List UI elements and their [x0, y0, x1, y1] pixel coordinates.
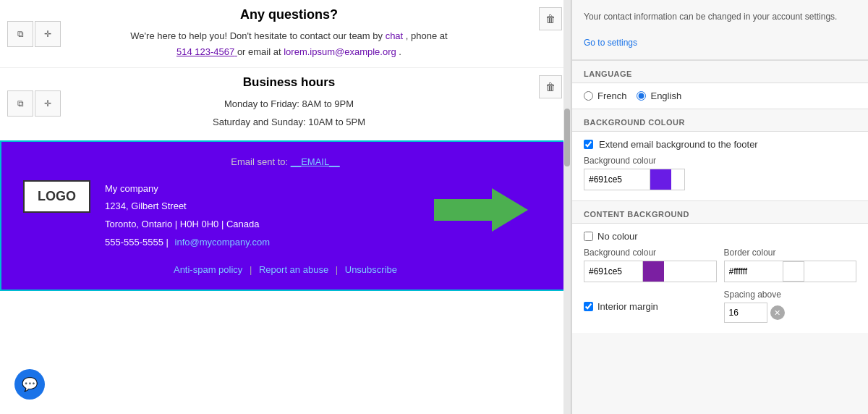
extend-bg-checkbox[interactable]	[584, 140, 593, 149]
border-colour-field: Border colour	[724, 248, 857, 282]
footer-block: Email sent to: __EMAIL__ LOGO My company…	[0, 140, 571, 292]
info-text: Your contact information can be changed …	[584, 12, 837, 22]
bg-colour-content: Extend email background to the footer Ba…	[572, 132, 868, 200]
business-copy-button[interactable]: ⧉	[7, 90, 33, 117]
footer-email-line: Email sent to: __EMAIL__	[23, 156, 548, 167]
no-colour-row: No colour	[584, 231, 856, 242]
bg-colour-field-row: Background colour	[584, 156, 856, 190]
content-bg-section: CONTENT BACKGROUND No colour Background …	[572, 201, 868, 333]
go-to-settings-link[interactable]: Go to settings	[584, 38, 637, 48]
spacing-clear-button[interactable]: ✕	[770, 305, 785, 320]
content-bg-colour-label: Background colour	[584, 248, 717, 258]
right-panel: Your contact information can be changed …	[571, 0, 868, 414]
extend-bg-row: Extend email background to the footer	[584, 139, 856, 150]
business-delete-button[interactable]: 🗑	[539, 75, 562, 98]
sep2: |	[336, 264, 338, 275]
border-colour-input-group	[724, 261, 857, 282]
bg-colour-field-label: Background colour	[584, 156, 856, 166]
scrollbar[interactable]	[563, 0, 571, 414]
business-move-button[interactable]: ✛	[35, 90, 61, 117]
content-bg-swatch[interactable]	[642, 261, 664, 282]
language-section-label: LANGUAGE	[572, 60, 868, 83]
logo-box: LOGO	[23, 180, 90, 213]
chat-bubble[interactable]: 💬	[14, 369, 45, 400]
questions-title: Any questions?	[43, 7, 535, 22]
content-bg-colour-field: Background colour	[584, 248, 717, 282]
questions-block: ⧉ ✛ Any questions? We're here to help yo…	[0, 0, 571, 68]
scrollbar-thumb[interactable]	[564, 109, 570, 166]
footer-body-row: LOGO My company 1234, Gilbert Street Tor…	[23, 180, 548, 252]
chat-link[interactable]: chat	[386, 30, 406, 41]
questions-block-controls: ⧉ ✛	[7, 21, 61, 47]
english-radio-group: English	[637, 90, 681, 101]
footer-email-link[interactable]: info@mycompany.com	[175, 237, 270, 248]
no-colour-label: No colour	[597, 231, 638, 242]
business-block: ⧉ ✛ Business hours Monday to Friday: 8AM…	[0, 68, 571, 138]
questions-body-text: We're here to help you! Don't hesitate t…	[130, 30, 383, 41]
border-colour-swatch[interactable]	[783, 261, 804, 282]
left-panel: ⧉ ✛ Any questions? We're here to help yo…	[0, 0, 571, 414]
spacing-above-input-row: ✕	[724, 303, 857, 323]
sep1: |	[250, 264, 252, 275]
email-link[interactable]: lorem.ipsum@example.org	[284, 46, 399, 57]
content-bg-content: No colour Background colour Border colou…	[572, 224, 868, 333]
footer-links: Anti-spam policy | Report an abuse | Uns…	[23, 264, 548, 275]
bg-colour-input-group	[584, 169, 685, 190]
french-label: French	[597, 90, 626, 101]
footer-phone-email: 555-555-5555 | info@mycompany.com	[105, 234, 270, 252]
phone-link[interactable]: 514 123-4567	[176, 46, 237, 57]
info-box: Your contact information can be changed …	[572, 0, 868, 60]
footer-border: Email sent to: __EMAIL__ LOGO My company…	[0, 140, 571, 292]
unsubscribe-link[interactable]: Unsubscribe	[345, 264, 397, 275]
questions-body: We're here to help you! Don't hesitate t…	[43, 28, 535, 60]
extend-bg-label: Extend email background to the footer	[599, 139, 758, 150]
copy-button[interactable]: ⧉	[7, 21, 33, 47]
business-hours: Monday to Friday: 8AM to 9PM Saturday an…	[43, 96, 535, 131]
language-options: French English	[572, 83, 868, 109]
body-mid: , phone at	[406, 30, 448, 41]
english-label: English	[650, 90, 681, 101]
bg-colour-swatch[interactable]	[650, 169, 671, 190]
content-bg-label: CONTENT BACKGROUND	[572, 201, 868, 224]
footer-content: Email sent to: __EMAIL__ LOGO My company…	[1, 142, 569, 290]
bg-colour-input[interactable]	[584, 169, 650, 190]
report-abuse-link[interactable]: Report an abuse	[259, 264, 328, 275]
content-bg-input-group	[584, 261, 717, 282]
footer-address: My company 1234, Gilbert Street Toronto,…	[105, 180, 270, 252]
border-colour-label: Border colour	[724, 248, 857, 258]
no-colour-checkbox[interactable]	[584, 232, 593, 241]
french-radio-group: French	[584, 90, 626, 101]
spacing-above-label: Spacing above	[724, 290, 857, 300]
interior-margin-checkbox[interactable]	[584, 302, 593, 311]
margin-spacing-grid: Interior margin Spacing above ✕	[584, 290, 856, 323]
questions-delete-button[interactable]: 🗑	[539, 7, 562, 30]
french-radio[interactable]	[584, 91, 593, 101]
border-colour-input[interactable]	[725, 261, 783, 282]
move-button[interactable]: ✛	[35, 21, 61, 47]
business-block-controls: ⧉ ✛	[7, 90, 61, 117]
spacing-above-input[interactable]	[724, 303, 767, 323]
content-bg-value-input[interactable]	[584, 261, 642, 282]
bg-colour-section: BACKGROUND COLOUR Extend email backgroun…	[572, 109, 868, 201]
interior-margin-label: Interior margin	[597, 301, 658, 312]
english-radio[interactable]	[637, 91, 646, 101]
business-title: Business hours	[43, 75, 535, 90]
spacing-above-field: Spacing above ✕	[724, 290, 857, 323]
anti-spam-link[interactable]: Anti-spam policy	[174, 264, 242, 275]
bg-colour-label: BACKGROUND COLOUR	[572, 109, 868, 132]
colour-fields-grid: Background colour Border colour	[584, 248, 856, 282]
body-end: or email at	[237, 46, 281, 57]
interior-margin-row: Interior margin	[584, 290, 717, 323]
